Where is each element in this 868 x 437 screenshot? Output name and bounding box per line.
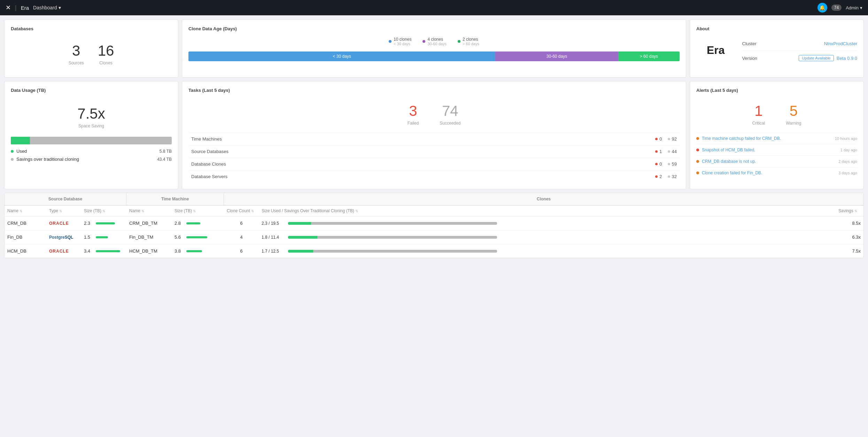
succeeded-count: 59 <box>672 161 677 167</box>
succeeded-number: 74 <box>440 103 460 119</box>
clone-data-age-card: Clone Data Age (Days) 10 clones < 30 day… <box>182 19 686 78</box>
dual-bar <box>288 236 497 239</box>
usage-bar <box>11 137 172 144</box>
clone-count: 6 <box>224 216 259 230</box>
tm-size-bar-container: 5.6 <box>175 235 221 240</box>
version-row: Version Update Available Beta 0.9.0 <box>742 51 857 65</box>
col-header-db-name[interactable]: Name ⇅ <box>5 206 46 216</box>
cluster-link[interactable]: NtnxProdCluster <box>824 41 857 46</box>
used-value: 5.8 TB <box>160 149 172 154</box>
col-header-tm-name[interactable]: Name ⇅ <box>126 206 172 216</box>
dual-bar-container: 2.3 / 19.5 <box>262 221 833 226</box>
clones-number: 16 <box>98 42 114 59</box>
failed-count: 1 <box>659 149 662 154</box>
failed-count: 0 <box>659 161 662 167</box>
th-clones: Clones <box>224 193 863 205</box>
critical-number: 1 <box>752 103 765 119</box>
sources-number: 3 <box>69 42 84 59</box>
db-name: Fin_DB <box>5 230 46 244</box>
col-header-tm-size[interactable]: Size (TB) ⇅ <box>172 206 224 216</box>
db-size-bar-container: 2.3 <box>84 221 124 226</box>
close-icon[interactable]: ✕ <box>6 4 11 11</box>
tm-name: Fin_DB_TM <box>126 230 172 244</box>
blue-dot-icon <box>389 40 392 43</box>
green-dot-icon <box>458 40 460 43</box>
sort-icon: ⇅ <box>20 209 22 213</box>
notification-count-badge[interactable]: 74 <box>831 5 842 11</box>
admin-label: Admin <box>846 5 859 10</box>
notifications-button[interactable]: 🔔 <box>817 3 827 13</box>
size-savings: 2.3 / 19.5 <box>259 217 836 230</box>
size-savings-value: 1.7 / 12.5 <box>262 249 286 254</box>
update-available-badge[interactable]: Update Available <box>799 55 834 61</box>
task-name: Database Servers <box>188 170 489 183</box>
about-card-title: About <box>696 26 857 31</box>
alerts-card: Alerts (Last 5 days) 1 Critical 5 Warnin… <box>690 81 864 189</box>
databases-stats: 3 Sources 16 Clones <box>11 37 172 71</box>
col-header-db-size[interactable]: Size (TB) ⇅ <box>81 206 126 216</box>
alert-link[interactable]: CRM_DB database is not up. <box>702 159 756 164</box>
warning-label: Warning <box>786 121 801 126</box>
succeeded-dot-icon <box>668 138 670 140</box>
alert-left: CRM_DB database is not up. <box>696 159 756 164</box>
th-time-machine: Time Machine <box>126 193 224 205</box>
table-row: Database Clones 0 59 <box>188 158 680 170</box>
warning-stat: 5 Warning <box>786 103 801 126</box>
about-content: Era Cluster NtnxProdCluster Version Upda… <box>696 37 857 65</box>
about-card: About Era Cluster NtnxProdCluster Versio… <box>690 19 864 78</box>
version-number: Beta 0.9.0 <box>837 56 857 61</box>
admin-menu[interactable]: Admin ▾ <box>846 5 862 10</box>
tm-size-value: 3.8 <box>175 248 184 254</box>
alert-link[interactable]: Time machine catchup failed for CRM_DB. <box>702 136 781 141</box>
mid-row: Data Usage (TB) 7.5x Space Saving Used 5… <box>4 81 864 189</box>
legend-count-over60: 2 clones <box>463 37 479 42</box>
table-body: CRM_DB ORACLE 2.3 CRM_DB_TM 2.8 6 2.3 / … <box>5 216 863 258</box>
space-saving-stat: 7.5x Space Saving <box>11 98 172 131</box>
tm-name: HCM_DB_TM <box>126 244 172 258</box>
col-header-savings[interactable]: Savings ⇅ <box>836 206 863 216</box>
succeeded-count: 44 <box>672 149 677 154</box>
succeeded-dot-icon <box>668 163 670 165</box>
dashboard-menu[interactable]: Dashboard ▾ <box>33 5 61 10</box>
db-type: PostgreSQL <box>46 230 81 244</box>
table-row: CRM_DB ORACLE 2.3 CRM_DB_TM 2.8 6 2.3 / … <box>5 216 863 230</box>
clone-card-title: Clone Data Age (Days) <box>188 26 680 31</box>
space-saving-number: 7.5x <box>11 105 172 122</box>
used-label: Used <box>16 149 27 154</box>
col-header-db-type[interactable]: Type ⇅ <box>46 206 81 216</box>
col-header-size-savings[interactable]: Size Used / Savings Over Traditional Clo… <box>259 206 836 216</box>
legend-count-under30: 10 clones <box>394 37 411 42</box>
tm-size-bar <box>186 236 207 238</box>
failed-dot-icon <box>655 138 658 140</box>
table-row: Database Servers 2 32 <box>188 170 680 183</box>
alert-link[interactable]: Snapshot of HCM_DB failed. <box>702 148 755 152</box>
dual-bar-container: 1.7 / 12.5 <box>262 249 833 254</box>
col-header-clone-count[interactable]: Clone Count ⇅ <box>224 206 259 216</box>
table-row: Time Machines 0 92 <box>188 133 680 145</box>
used-legend-item: Used 5.8 TB <box>11 149 172 154</box>
clone-count: 6 <box>224 244 259 258</box>
size-savings: 1.7 / 12.5 <box>259 245 836 258</box>
table-group-headers: Source Database Time Machine Clones <box>5 193 863 206</box>
alert-link[interactable]: Clone creation failed for Fin_DB. <box>702 170 762 175</box>
bar-30-60: 30-60 days <box>495 51 618 61</box>
dual-bar-container: 1.8 / 11.4 <box>262 235 833 240</box>
savings-value: 7.5x <box>836 244 863 258</box>
space-saving-label: Space Saving <box>11 124 172 128</box>
db-type: ORACLE <box>46 244 81 258</box>
tm-size-bar-container: 2.8 <box>175 221 221 226</box>
size-savings-value: 1.8 / 11.4 <box>262 235 286 240</box>
tm-size: 2.8 <box>172 216 224 230</box>
tm-size-value: 5.6 <box>175 235 184 240</box>
sort-icon: ⇅ <box>355 209 358 213</box>
critical-label: Critical <box>752 121 765 126</box>
sort-icon: ⇅ <box>251 209 254 213</box>
list-item: Snapshot of HCM_DB failed. 1 day ago <box>696 144 857 156</box>
sort-icon: ⇅ <box>141 209 144 213</box>
sources-label: Sources <box>69 61 84 65</box>
alert-list: Time machine catchup failed for CRM_DB. … <box>696 133 857 178</box>
savings-dot-icon <box>11 158 14 161</box>
table-row: Source Databases 1 44 <box>188 145 680 158</box>
list-item: Time machine catchup failed for CRM_DB. … <box>696 133 857 144</box>
data-usage-card: Data Usage (TB) 7.5x Space Saving Used 5… <box>4 81 178 189</box>
